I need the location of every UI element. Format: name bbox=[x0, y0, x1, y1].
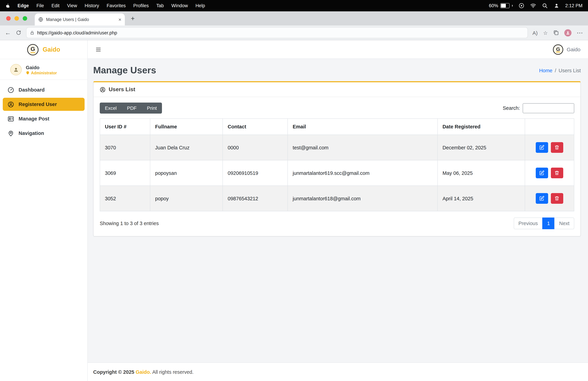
col-header-user-id[interactable]: User ID # bbox=[100, 119, 150, 135]
table-row: 3052 popoy 09876543212 junmartalantor618… bbox=[100, 186, 574, 211]
browser-toolbar: ← https://gaido-app.cloud/admin/user.php… bbox=[0, 25, 588, 40]
screen: Edge File Edit View History Favorites Pr… bbox=[0, 0, 588, 381]
print-button[interactable]: Print bbox=[142, 103, 162, 113]
menu-profiles[interactable]: Profiles bbox=[133, 3, 149, 8]
cell-fullname: popoy bbox=[150, 186, 223, 211]
favorite-star-icon[interactable]: ☆ bbox=[543, 30, 548, 35]
export-button-group: Excel PDF Print bbox=[100, 103, 162, 113]
menu-tab[interactable]: Tab bbox=[156, 3, 164, 8]
hamburger-menu-icon[interactable] bbox=[95, 46, 102, 52]
menu-app-name[interactable]: Edge bbox=[18, 3, 29, 8]
apple-menu-icon[interactable] bbox=[5, 3, 10, 8]
table-row: 3070 Juan Dela Cruz 0000 test@gmail.com … bbox=[100, 135, 574, 160]
excel-export-button[interactable]: Excel bbox=[100, 103, 122, 113]
url-text: https://gaido-app.cloud/admin/user.php bbox=[37, 30, 117, 35]
delete-user-button[interactable] bbox=[551, 193, 563, 204]
menu-history[interactable]: History bbox=[84, 3, 99, 8]
globe-icon bbox=[38, 17, 43, 22]
brand-name: Gaido bbox=[43, 46, 60, 53]
sidebar-user-role: Administrator bbox=[26, 71, 57, 75]
breadcrumb-home-link[interactable]: Home bbox=[539, 68, 552, 73]
cell-contact: 0000 bbox=[223, 135, 288, 160]
macos-menu-bar: Edge File Edit View History Favorites Pr… bbox=[0, 0, 588, 11]
pagination-previous-button[interactable]: Previous bbox=[514, 218, 543, 229]
cell-contact: 09876543212 bbox=[223, 186, 288, 211]
cell-email: test@gmail.com bbox=[288, 135, 438, 160]
edit-user-button[interactable] bbox=[536, 193, 548, 204]
sidebar-item-registered-user[interactable]: Registered User bbox=[3, 98, 84, 111]
sidebar-user-panel: Gaido Administrator bbox=[0, 59, 87, 80]
site-info-icon[interactable] bbox=[30, 30, 34, 35]
col-header-date[interactable]: Date Registered bbox=[438, 119, 525, 135]
sidebar-item-dashboard[interactable]: Dashboard bbox=[3, 83, 84, 96]
new-tab-button[interactable]: + bbox=[127, 13, 138, 23]
trash-icon bbox=[554, 145, 560, 150]
menu-clock[interactable]: 2:12 PM bbox=[565, 3, 583, 8]
cell-email: junmartalantor619.scc@gmail.com bbox=[288, 160, 438, 186]
col-header-email[interactable]: Email bbox=[288, 119, 438, 135]
menu-view[interactable]: View bbox=[67, 3, 77, 8]
close-tab-icon[interactable]: × bbox=[118, 17, 121, 22]
menu-help[interactable]: Help bbox=[195, 3, 205, 8]
browser-menu-icon[interactable]: ··· bbox=[577, 30, 583, 36]
cell-email: junmartalantor618@gmail.com bbox=[288, 186, 438, 211]
speedometer-icon bbox=[8, 87, 14, 93]
topbar-brand: G Gaido bbox=[553, 44, 580, 55]
menu-favorites[interactable]: Favorites bbox=[106, 3, 126, 8]
menu-window[interactable]: Window bbox=[171, 3, 188, 8]
close-window-button[interactable] bbox=[6, 16, 11, 21]
card-title: Users List bbox=[109, 86, 135, 92]
read-aloud-icon[interactable]: A) bbox=[532, 30, 538, 36]
breadcrumb: Home / Users List bbox=[539, 68, 581, 73]
sidebar-item-navigation[interactable]: Navigation bbox=[3, 127, 84, 140]
user-switch-icon[interactable] bbox=[553, 3, 559, 9]
page-content: Manage Users Home / Users List Users Lis… bbox=[88, 59, 588, 362]
back-button[interactable]: ← bbox=[5, 30, 11, 36]
delete-user-button[interactable] bbox=[551, 168, 563, 178]
sidebar-user-name: Gaido bbox=[26, 65, 57, 71]
topbar-brand-name: Gaido bbox=[567, 46, 580, 52]
browser-profile-avatar[interactable] bbox=[564, 29, 571, 36]
search-label: Search: bbox=[503, 105, 520, 111]
users-table: User ID # Fullname Contact Email Date Re… bbox=[100, 118, 574, 211]
col-header-contact[interactable]: Contact bbox=[223, 119, 288, 135]
gaido-logo-icon: G bbox=[27, 44, 39, 55]
browser-tab[interactable]: Manage Users | Gaido × bbox=[35, 13, 125, 25]
pagination-next-button[interactable]: Next bbox=[554, 218, 574, 229]
breadcrumb-current: Users List bbox=[559, 68, 581, 73]
wifi-icon[interactable] bbox=[530, 3, 536, 9]
pdf-export-button[interactable]: PDF bbox=[122, 103, 142, 113]
cell-user-id: 3070 bbox=[100, 135, 150, 160]
refresh-button[interactable] bbox=[16, 30, 21, 35]
sidebar-item-manage-post[interactable]: Manage Post bbox=[3, 112, 84, 125]
trash-icon bbox=[554, 196, 560, 201]
cell-user-id: 3069 bbox=[100, 160, 150, 186]
search-input[interactable] bbox=[523, 103, 574, 113]
minimize-window-button[interactable] bbox=[14, 16, 19, 21]
cell-date: December 02, 2025 bbox=[438, 135, 525, 160]
now-playing-icon[interactable] bbox=[518, 3, 524, 9]
delete-user-button[interactable] bbox=[551, 142, 563, 153]
edit-user-button[interactable] bbox=[536, 142, 548, 153]
menu-file[interactable]: File bbox=[37, 3, 44, 8]
sidebar-brand[interactable]: G Gaido bbox=[0, 40, 87, 59]
spotlight-search-icon[interactable] bbox=[542, 3, 547, 9]
cell-fullname: popoysan bbox=[150, 160, 223, 186]
menu-edit[interactable]: Edit bbox=[52, 3, 60, 8]
col-header-fullname[interactable]: Fullname bbox=[150, 119, 223, 135]
shield-icon bbox=[26, 71, 30, 75]
collections-icon[interactable] bbox=[553, 30, 559, 35]
cell-fullname: Juan Dela Cruz bbox=[150, 135, 223, 160]
zoom-window-button[interactable] bbox=[23, 16, 27, 21]
pagination-page-1-button[interactable]: 1 bbox=[542, 218, 555, 229]
table-header-row: User ID # Fullname Contact Email Date Re… bbox=[100, 119, 574, 135]
battery-status[interactable]: 60% bbox=[489, 3, 512, 8]
id-card-icon bbox=[8, 115, 14, 122]
address-bar[interactable]: https://gaido-app.cloud/admin/user.php bbox=[26, 27, 528, 38]
col-header-actions bbox=[525, 119, 574, 135]
sidebar-nav: Dashboard Registered User Manage Post Na… bbox=[0, 80, 87, 143]
app-topbar: G Gaido bbox=[88, 40, 588, 59]
edit-user-button[interactable] bbox=[536, 168, 548, 178]
tab-title: Manage Users | Gaido bbox=[46, 17, 116, 22]
page-footer: Copyright © 2025 Gaido. All rights reser… bbox=[88, 362, 588, 381]
